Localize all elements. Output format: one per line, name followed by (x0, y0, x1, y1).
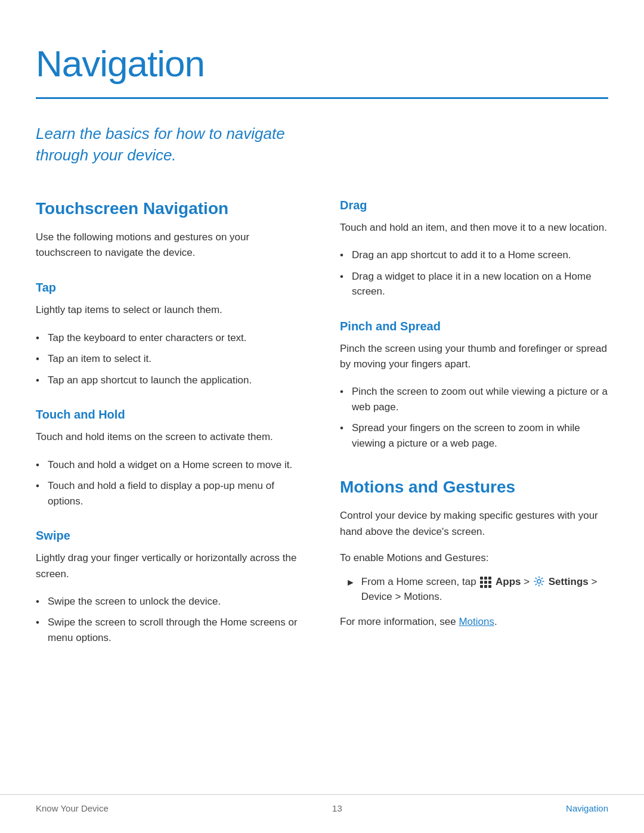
touch-hold-bullets: Touch and hold a widget on a Home screen… (36, 457, 304, 509)
page-container: Navigation Learn the basics for how to n… (0, 0, 644, 699)
motions-instruction: ► From a Home screen, tap Apps > (340, 574, 608, 605)
more-info-text: For more information, see Motions. (340, 614, 608, 630)
drag-description: Touch and hold an item, and then move it… (340, 220, 608, 236)
tap-bullet-3: Tap an app shortcut to launch the applic… (36, 373, 304, 388)
pinch-bullet-1: Pinch the screen to zoom out while viewi… (340, 384, 608, 414)
footer-page-number: 13 (332, 802, 342, 816)
touch-hold-heading: Touch and Hold (36, 405, 304, 423)
touchscreen-intro: Use the following motions and gestures o… (36, 230, 304, 261)
tap-bullet-2: Tap an item to select it. (36, 351, 304, 367)
page-title: Navigation (36, 36, 608, 91)
more-info-suffix: . (494, 616, 497, 627)
motions-description: Control your device by making specific g… (340, 508, 608, 540)
apps-icon (480, 577, 491, 588)
motions-section: Motions and Gestures Control your device… (340, 475, 608, 629)
swipe-bullets: Swipe the screen to unlock the device. S… (36, 594, 304, 646)
column-left: Touchscreen Navigation Use the following… (36, 196, 304, 652)
title-divider (36, 97, 608, 99)
swipe-heading: Swipe (36, 527, 304, 544)
intro-text: Learn the basics for how to navigate thr… (36, 123, 310, 166)
touch-hold-bullet-2: Touch and hold a field to display a pop-… (36, 478, 304, 509)
swipe-description: Lightly drag your finger vertically or h… (36, 550, 304, 582)
pinch-description: Pinch the screen using your thumb and fo… (340, 341, 608, 373)
page-footer: Know Your Device 13 Navigation (0, 794, 644, 816)
svg-point-0 (537, 580, 541, 583)
drag-bullet-2: Drag a widget to place it in a new locat… (340, 269, 608, 299)
footer-left: Know Your Device (36, 802, 109, 816)
pinch-heading: Pinch and Spread (340, 317, 608, 335)
tap-bullet-1: Tap the keyboard to enter characters or … (36, 330, 304, 346)
motions-link[interactable]: Motions (459, 616, 494, 627)
tap-description: Lightly tap items to select or launch th… (36, 302, 304, 318)
pinch-bullet-2: Spread your fingers on the screen to zoo… (340, 420, 608, 451)
more-info-prefix: For more information, see (340, 616, 456, 627)
instruction-text: From a Home screen, tap Apps > (361, 574, 608, 605)
touch-hold-description: Touch and hold items on the screen to ac… (36, 429, 304, 445)
tap-heading: Tap (36, 278, 304, 296)
column-right: Drag Touch and hold an item, and then mo… (340, 196, 608, 652)
touchscreen-heading: Touchscreen Navigation (36, 196, 304, 221)
arrow-right-icon: ► (346, 575, 355, 590)
two-column-layout: Touchscreen Navigation Use the following… (36, 196, 608, 652)
drag-bullet-1: Drag an app shortcut to add it to a Home… (340, 247, 608, 263)
instruction-prefix: From a Home screen, tap (361, 576, 476, 587)
drag-heading: Drag (340, 196, 608, 214)
motions-heading: Motions and Gestures (340, 475, 608, 500)
settings-label: Settings (549, 576, 589, 587)
apps-label: Apps (496, 576, 521, 587)
pinch-bullets: Pinch the screen to zoom out while viewi… (340, 384, 608, 451)
settings-icon (534, 576, 544, 587)
tap-bullets: Tap the keyboard to enter characters or … (36, 330, 304, 388)
enable-text: To enable Motions and Gestures: (340, 550, 608, 566)
footer-right: Navigation (566, 802, 608, 816)
swipe-bullet-2: Swipe the screen to scroll through the H… (36, 615, 304, 645)
swipe-bullet-1: Swipe the screen to unlock the device. (36, 594, 304, 609)
touch-hold-bullet-1: Touch and hold a widget on a Home screen… (36, 457, 304, 473)
drag-bullets: Drag an app shortcut to add it to a Home… (340, 247, 608, 299)
